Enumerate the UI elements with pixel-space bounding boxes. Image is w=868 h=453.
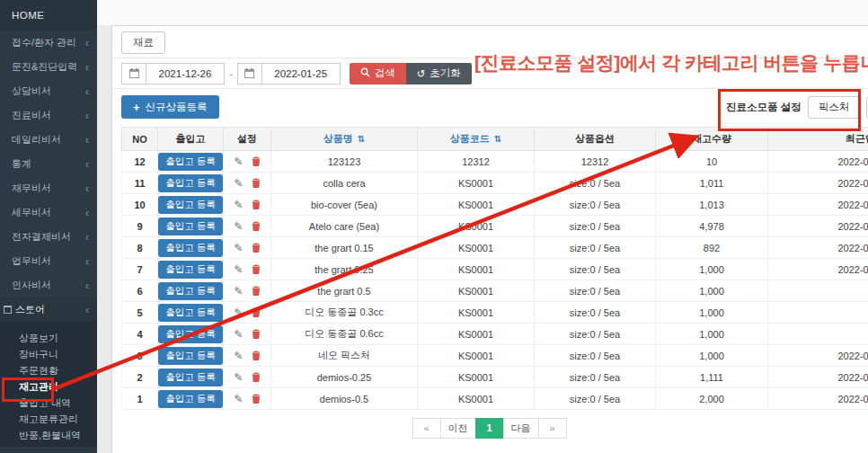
stock-register-button[interactable]: 출입고 등록 <box>158 218 222 235</box>
store-submenu-item[interactable]: 반품,환불내역 <box>0 427 97 443</box>
delete-icon[interactable] <box>252 395 261 405</box>
sidebar-item-store[interactable]: 스토어 ‹ <box>0 298 97 322</box>
cell-stock-qty: 892 <box>656 237 768 259</box>
delete-icon[interactable] <box>252 244 261 254</box>
cell-no: 6 <box>122 280 158 302</box>
stock-register-button[interactable]: 출입고 등록 <box>158 282 222 300</box>
edit-icon[interactable]: ✎ <box>234 393 243 405</box>
sidebar-item[interactable]: 접수/환자 관리 ‹ <box>0 31 97 55</box>
cell-settings: ✎ <box>224 388 271 410</box>
chevron-left-icon: ‹ <box>85 37 89 49</box>
edit-icon[interactable]: ✎ <box>234 285 243 298</box>
edit-icon[interactable]: ✎ <box>234 220 243 233</box>
edit-icon[interactable]: ✎ <box>234 199 243 211</box>
cell-product-option: size:0 / 5ea <box>535 173 656 194</box>
edit-icon[interactable]: ✎ <box>234 177 243 190</box>
delete-icon[interactable] <box>252 265 261 276</box>
stock-register-button[interactable]: 출입고 등록 <box>158 390 222 408</box>
sidebar-item[interactable]: 인사비서 ‹ <box>0 273 97 298</box>
store-submenu-item[interactable]: 출입고 내역 <box>0 395 97 411</box>
edit-icon[interactable]: ✎ <box>234 263 243 276</box>
date-to-input[interactable]: 2022-01-25 <box>261 63 341 84</box>
stock-register-button[interactable]: 출입고 등록 <box>158 347 222 365</box>
edit-icon[interactable]: ✎ <box>234 155 243 168</box>
chevron-left-icon: ‹ <box>85 85 89 97</box>
store-submenu-item[interactable]: 주문현황 <box>0 362 97 378</box>
edit-icon[interactable]: ✎ <box>234 242 243 254</box>
sidebar-item[interactable]: 데일리비서 ‹ <box>0 128 97 152</box>
cell-product-name: 디오 동종골 0.6cc <box>271 324 418 345</box>
delete-icon[interactable] <box>252 179 261 190</box>
pagination-first[interactable]: « <box>412 418 441 439</box>
reset-button[interactable]: ↺ 초기화 <box>406 63 472 84</box>
delete-icon[interactable] <box>252 330 261 341</box>
sidebar-item[interactable]: 전자결제비서 ‹ <box>0 225 97 249</box>
cell-settings: ✎ <box>224 259 271 280</box>
cell-product-name: demios-0.25 <box>271 367 418 388</box>
pagination-next[interactable]: 다음 <box>503 418 539 439</box>
header-product-name[interactable]: 상품명 ⇅ <box>271 128 418 151</box>
calendar-icon <box>237 63 261 84</box>
delete-icon[interactable] <box>252 308 261 319</box>
edit-icon[interactable]: ✎ <box>234 371 243 384</box>
table-header-row: NO 출입고 설정 상품명 ⇅ 상품코드 ⇅ 상품옵션 재고수량 최근입 <box>122 128 868 151</box>
stock-register-button[interactable]: 출입고 등록 <box>158 369 222 386</box>
store-submenu-item[interactable]: 상품보기 <box>0 330 97 346</box>
store-icon <box>4 306 12 314</box>
inventory-panel: 재료 2021-12-26 - 2022-01-25 검색 ↺ 초기화 <box>111 25 868 453</box>
stock-register-button[interactable]: 출입고 등록 <box>158 153 222 171</box>
cell-recent-date: 2022-01-2 <box>768 237 868 259</box>
header-product-code[interactable]: 상품코드 ⇅ <box>418 128 535 151</box>
stock-register-button[interactable]: 출입고 등록 <box>158 174 222 192</box>
cell-stock-qty: 1,013 <box>656 194 768 216</box>
category-button-fixture[interactable]: 픽스처 <box>808 96 861 119</box>
edit-icon[interactable]: ✎ <box>234 306 243 319</box>
new-product-button[interactable]: + 신규상품등록 <box>121 95 219 119</box>
delete-icon[interactable] <box>252 200 261 211</box>
sidebar-item[interactable]: 통계 ‹ <box>0 152 97 176</box>
stock-register-button[interactable]: 출입고 등록 <box>158 261 222 279</box>
cell-product-option: size:0 / 5ea <box>535 367 656 388</box>
header-product-option: 상품옵션 <box>535 128 656 151</box>
pagination: « 이전 1 다음 » <box>112 418 867 439</box>
sidebar-item[interactable]: 업무비서 ‹ <box>0 249 97 273</box>
header-recent-date: 최근입 <box>768 128 868 151</box>
edit-icon[interactable]: ✎ <box>234 328 243 341</box>
sidebar-item[interactable]: 세무비서 ‹ <box>0 200 97 225</box>
cell-product-name: bio-cover (5ea) <box>271 194 418 216</box>
cell-stock-qty: 1,111 <box>656 367 768 388</box>
materials-tab-button[interactable]: 재료 <box>121 31 165 54</box>
store-submenu-item[interactable]: 재고관리 <box>0 378 97 395</box>
sidebar-item[interactable]: 문진&진단입력 ‹ <box>0 55 97 79</box>
search-button[interactable]: 검색 <box>350 63 406 84</box>
delete-icon[interactable] <box>252 351 261 362</box>
delete-icon[interactable] <box>252 287 261 298</box>
cell-recent-date: 2022-01-2 <box>768 173 868 194</box>
store-label: 스토어 <box>15 303 45 316</box>
pagination-prev[interactable]: 이전 <box>440 418 476 439</box>
sidebar-item[interactable]: 재무비서 ‹ <box>0 176 97 200</box>
sidebar-item[interactable]: 상담비서 ‹ <box>0 79 97 103</box>
chevron-left-icon: ‹ <box>85 61 89 73</box>
date-from-input[interactable]: 2021-12-26 <box>146 63 225 84</box>
cell-stock-qty: 1,011 <box>656 173 768 194</box>
stock-register-button[interactable]: 출입고 등록 <box>158 304 222 322</box>
delete-icon[interactable] <box>252 373 261 384</box>
stock-register-button[interactable]: 출입고 등록 <box>158 239 222 257</box>
sidebar-item-home[interactable]: HOME <box>0 0 97 31</box>
stock-register-button[interactable]: 출입고 등록 <box>158 196 222 214</box>
store-submenu-item[interactable]: 장바구니 <box>0 346 97 362</box>
table-row: 6 출입고 등록 ✎ the grart 0.5 KS0001 size:0 /… <box>122 280 868 302</box>
cell-settings: ✎ <box>224 237 271 259</box>
stock-register-button[interactable]: 출입고 등록 <box>158 325 222 343</box>
delete-icon[interactable] <box>252 157 261 168</box>
delete-icon[interactable] <box>252 222 261 233</box>
sidebar-item[interactable]: 진료비서 ‹ <box>0 103 97 128</box>
edit-icon[interactable]: ✎ <box>234 350 243 362</box>
store-submenu-item[interactable]: 재고분류관리 <box>0 411 97 427</box>
cell-no: 12 <box>122 151 158 173</box>
pagination-last[interactable]: » <box>538 418 567 439</box>
cell-product-name: 디오 동종골 0.3cc <box>271 302 418 324</box>
cell-product-option: size:0 / 5ea <box>535 324 656 345</box>
pagination-page-1[interactable]: 1 <box>475 418 504 439</box>
